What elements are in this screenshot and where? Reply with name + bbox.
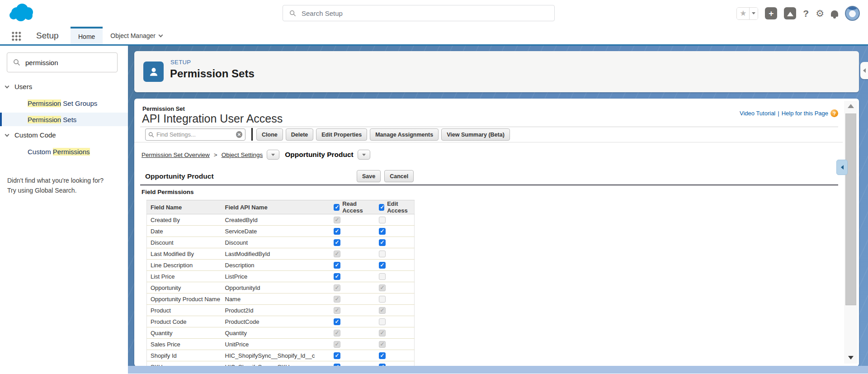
edit-access-cell [375, 294, 415, 305]
search-icon [289, 10, 296, 17]
scroll-up-arrow-icon[interactable] [848, 104, 854, 108]
guidance-center-icon[interactable] [784, 7, 796, 19]
edit-access-header-checkbox[interactable] [379, 204, 385, 211]
edit-access-cell [375, 282, 415, 294]
entity-type-label: Permission Set [142, 105, 185, 112]
manage-assignments-button[interactable]: Manage Assignments [370, 128, 439, 141]
tab-object-manager[interactable]: Object Manager [103, 27, 170, 44]
table-row: DateServiceDate [147, 226, 415, 237]
read-access-checkbox[interactable] [334, 228, 340, 235]
chevron-down-icon [159, 33, 163, 37]
scrollbar-thumb[interactable] [845, 114, 856, 305]
read-access-checkbox[interactable] [334, 239, 340, 246]
field-permissions-tbody: Created ByCreatedByIdDateServiceDateDisc… [147, 214, 415, 367]
sidebar-search [7, 52, 118, 72]
table-row: Sales PriceUnitPrice [147, 339, 415, 350]
edit-access-cell [375, 305, 415, 316]
table-row: OpportunityOpportunityId [147, 282, 415, 294]
tab-home[interactable]: Home [71, 27, 103, 44]
sidebar-group-users[interactable]: Users [5, 83, 32, 90]
link-separator: | [778, 110, 779, 117]
edit-properties-button[interactable]: Edit Properties [316, 128, 367, 141]
breadcrumb-object-settings[interactable]: Object Settings [222, 151, 263, 158]
read-access-checkbox[interactable] [334, 262, 340, 269]
quick-create-plus-icon[interactable]: + [765, 7, 777, 19]
view-summary-beta-button[interactable]: View Summary (Beta) [441, 128, 510, 141]
edit-access-checkbox[interactable] [379, 262, 386, 269]
favorites-dropdown-icon[interactable] [750, 8, 758, 19]
edit-access-checkbox[interactable] [379, 352, 386, 359]
field-name-cell: List Price [147, 271, 222, 282]
help-for-this-page-link[interactable]: Help for this Page [782, 110, 828, 117]
chevron-down-icon [5, 132, 9, 137]
cancel-button[interactable]: Cancel [384, 170, 414, 182]
collapse-panel-handle[interactable] [836, 160, 848, 175]
notifications-bell-icon[interactable] [831, 10, 838, 17]
sidebar-item-custom-permissions[interactable]: Custom Permissions [0, 145, 128, 158]
clone-button[interactable]: Clone [256, 128, 283, 141]
breadcrumb-permission-set-overview[interactable]: Permission Set Overview [142, 151, 210, 158]
sidebar-search-input[interactable] [25, 59, 111, 66]
read-access-checkbox [334, 341, 340, 348]
global-header: ★ + ? ⚙ [0, 0, 868, 27]
field-api-name-cell: Product2Id [222, 305, 330, 316]
page-title: Permission Sets [170, 67, 255, 80]
favorite-star-icon[interactable]: ★ [737, 8, 750, 19]
sidebar-group-custom-code[interactable]: Custom Code [5, 131, 56, 139]
table-row: DiscountDiscount [147, 237, 415, 248]
search-icon [148, 132, 154, 138]
setup-eyebrow: SETUP [170, 59, 191, 66]
edit-access-checkbox [379, 341, 386, 348]
edit-access-checkbox[interactable] [379, 239, 386, 246]
field-name-cell: Date [147, 226, 222, 237]
field-name-cell: Product [147, 305, 222, 316]
page-header-card: SETUP Permission Sets [134, 51, 859, 92]
help-orb-icon[interactable]: ? [830, 109, 838, 117]
video-tutorial-link[interactable]: Video Tutorial [740, 110, 775, 117]
clear-search-icon[interactable]: ✕ [236, 131, 242, 138]
field-name-cell: Last Modified By [147, 248, 222, 260]
app-name: Setup [36, 31, 59, 41]
find-settings-input[interactable] [156, 131, 236, 138]
delete-button[interactable]: Delete [286, 128, 314, 141]
read-access-header: Read Access [330, 200, 375, 214]
table-row: Opportunity Product NameName [147, 294, 415, 305]
read-access-checkbox[interactable] [334, 273, 340, 280]
read-access-cell [330, 260, 375, 271]
edit-access-checkbox [379, 307, 386, 314]
scroll-down-arrow-icon[interactable] [848, 356, 854, 360]
salesforce-logo-icon[interactable] [7, 2, 37, 25]
object-settings-dropdown-button[interactable] [267, 150, 279, 160]
read-access-cell [330, 226, 375, 237]
edit-access-checkbox [379, 318, 386, 325]
edit-access-cell [375, 316, 415, 327]
read-access-cell [330, 339, 375, 350]
field-api-name-cell: Description [222, 260, 330, 271]
read-access-checkbox [334, 307, 340, 314]
field-api-name-cell: ProductCode [222, 316, 330, 327]
edit-access-checkbox [379, 217, 386, 223]
sidebar-item-permission-sets[interactable]: Permission Sets [0, 113, 128, 126]
breadcrumb-current: Opportunity Product [285, 151, 354, 159]
read-access-checkbox [334, 296, 340, 303]
title-divider [140, 127, 838, 127]
read-access-cell [330, 214, 375, 226]
setup-gear-icon[interactable]: ⚙ [816, 8, 824, 19]
field-name-cell: Opportunity Product Name [147, 294, 222, 305]
sidebar-item-permission-set-groups[interactable]: Permission Set Groups [0, 96, 128, 110]
global-search [283, 5, 555, 21]
help-icon[interactable]: ? [803, 8, 809, 19]
edge-collapse-tab[interactable] [860, 62, 868, 79]
read-access-checkbox[interactable] [334, 318, 340, 325]
field-name-cell: Discount [147, 237, 222, 248]
user-avatar[interactable] [845, 6, 860, 21]
global-search-input[interactable] [302, 9, 528, 17]
opportunity-product-dropdown-button[interactable] [358, 150, 370, 160]
read-access-checkbox[interactable] [334, 352, 340, 359]
app-launcher-icon[interactable] [12, 32, 21, 41]
read-access-header-checkbox[interactable] [334, 204, 340, 211]
edit-access-cell [375, 271, 415, 282]
save-button[interactable]: Save [357, 170, 381, 182]
edit-access-checkbox[interactable] [379, 228, 386, 235]
edit-access-cell [375, 226, 415, 237]
